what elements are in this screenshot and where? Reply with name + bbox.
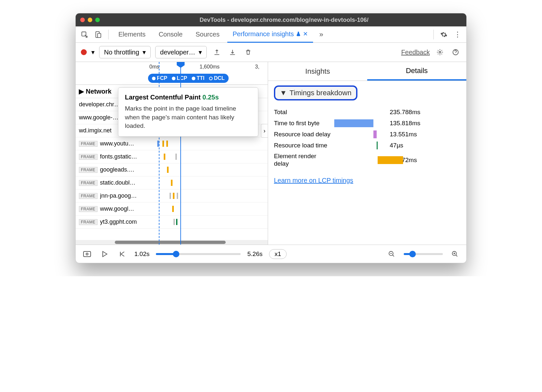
flask-icon — [296, 31, 301, 37]
metric-value: 13.551ms — [390, 131, 417, 138]
section-title: Network — [86, 88, 112, 95]
kebab-menu-icon[interactable]: ⋮ — [452, 29, 463, 40]
network-row-bars — [154, 218, 268, 226]
network-row[interactable]: FRAMEwww.youtu… — [76, 137, 268, 150]
timing-metric: Total235.788ms — [274, 108, 460, 116]
tab-label: Console — [158, 31, 182, 38]
svg-rect-2 — [98, 33, 101, 38]
network-row[interactable]: FRAMEgoogleads.… — [76, 163, 268, 176]
device-toggle-icon[interactable] — [93, 29, 104, 40]
network-row-bars — [154, 152, 268, 161]
origin-value: developer… — [160, 49, 195, 56]
tab-label: Sources — [196, 31, 219, 38]
ruler-tick: 3, — [255, 64, 259, 70]
zoom-slider[interactable] — [404, 253, 443, 255]
tab-console[interactable]: Console — [153, 26, 188, 43]
collapse-sidebar-button[interactable]: › — [261, 124, 268, 138]
metric-name: Resource load delay — [274, 131, 331, 138]
tti-pill[interactable]: TTI — [190, 75, 206, 82]
zoom-out-button[interactable] — [386, 249, 397, 260]
svg-rect-5 — [83, 251, 91, 257]
preview-icon[interactable] — [82, 249, 93, 260]
time-ruler[interactable]: 0ms 1,600ms 3, FCP LCP TTI DCL — [76, 62, 268, 85]
tooltip-title: Largest Contentful Paint — [125, 94, 201, 101]
svg-point-6 — [86, 253, 88, 255]
metric-value: 135.818ms — [390, 120, 420, 127]
accordion-label: Timings breakdown — [290, 89, 352, 97]
chevron-right-icon: ▶ — [79, 87, 84, 95]
tooltip-value: 0.25s — [203, 94, 219, 101]
throttling-select[interactable]: No throttling▾ — [99, 46, 151, 58]
close-window-button[interactable] — [80, 18, 85, 22]
close-tab-icon[interactable]: ✕ — [303, 30, 308, 38]
lcp-pill[interactable]: LCP — [170, 75, 189, 82]
help-icon[interactable] — [450, 47, 461, 58]
play-button[interactable] — [99, 249, 110, 260]
chevron-down-icon: ▼ — [280, 89, 287, 97]
learn-more-link[interactable]: Learn more on LCP timings — [274, 177, 353, 184]
details-tab[interactable]: Details — [367, 62, 466, 81]
network-row[interactable]: FRAMEstatic.doubl… — [76, 176, 268, 189]
frame-badge: FRAME — [79, 206, 98, 212]
ruler-tick: 0ms — [149, 64, 159, 70]
tab-label: Elements — [118, 31, 145, 38]
maximize-window-button[interactable] — [95, 18, 100, 22]
dcl-pill[interactable]: DCL — [207, 75, 227, 82]
timing-metric: Resource load delay13.551ms — [274, 130, 460, 138]
ruler-tick: 1,600ms — [200, 64, 219, 70]
zoom-in-button[interactable] — [449, 249, 460, 260]
network-row[interactable]: FRAMEwww.googl… — [76, 203, 268, 216]
tooltip-description: Marks the point in the page load timelin… — [125, 104, 251, 130]
throttling-value: No throttling — [104, 49, 139, 56]
network-row[interactable]: FRAMEfonts.gstatic… — [76, 150, 268, 163]
lcp-tooltip: Largest Contentful Paint 0.25s Marks the… — [118, 87, 258, 137]
frame-badge: FRAME — [79, 141, 98, 147]
insights-tab[interactable]: Insights — [268, 62, 367, 81]
more-tabs-icon[interactable]: » — [316, 29, 327, 40]
zoom-level[interactable]: x1 — [269, 249, 287, 259]
performance-toolbar: ▾ No throttling▾ developer…▾ Feedback — [76, 43, 466, 62]
delete-icon[interactable] — [243, 47, 254, 58]
time-start: 1.02s — [134, 250, 149, 258]
timings-breakdown-accordion[interactable]: ▼ Timings breakdown — [274, 85, 357, 100]
metric-pills: FCP LCP TTI DCL — [148, 74, 229, 83]
playback-footer: 1.02s 5.26s x1 — [76, 245, 466, 263]
network-row-bars — [154, 165, 268, 174]
tab-sources[interactable]: Sources — [190, 26, 225, 43]
timing-metric: Time to first byte135.818ms — [274, 119, 460, 127]
frame-badge: FRAME — [79, 167, 98, 173]
tab-elements[interactable]: Elements — [113, 26, 151, 43]
metric-value: 47µs — [390, 142, 403, 149]
panel-settings-icon[interactable] — [434, 47, 445, 58]
metric-name: Resource load time — [274, 142, 331, 149]
metric-value: 235.788ms — [390, 109, 420, 116]
frame-badge: FRAME — [79, 154, 98, 160]
rewind-button[interactable] — [117, 249, 128, 260]
network-row[interactable]: FRAMEyt3.ggpht.com — [76, 216, 268, 229]
feedback-link[interactable]: Feedback — [401, 49, 430, 56]
import-icon[interactable] — [227, 47, 238, 58]
export-icon[interactable] — [211, 47, 222, 58]
window-titlebar: DevTools - developer.chrome.com/blog/new… — [76, 13, 466, 26]
horizontal-scrollbar[interactable] — [76, 240, 268, 245]
inspect-icon[interactable] — [79, 29, 90, 40]
network-row[interactable]: FRAMEjnn-pa.goog… — [76, 189, 268, 203]
network-row-bars — [154, 204, 268, 213]
record-menu-chevron[interactable]: ▾ — [91, 48, 95, 56]
timing-metric: Resource load time47µs — [274, 142, 460, 149]
minimize-window-button[interactable] — [88, 18, 92, 22]
svg-point-3 — [439, 51, 441, 53]
fcp-pill[interactable]: FCP — [150, 75, 169, 82]
origin-select[interactable]: developer…▾ — [155, 46, 207, 58]
settings-icon[interactable] — [438, 29, 449, 40]
record-button[interactable] — [81, 49, 87, 55]
timeline-panel: 0ms 1,600ms 3, FCP LCP TTI DCL ▶ Network… — [76, 62, 268, 245]
time-slider[interactable] — [156, 253, 241, 255]
tab-performance-insights[interactable]: Performance insights ✕ — [227, 26, 313, 43]
frame-badge: FRAME — [79, 193, 98, 199]
timing-metric: Element render delay86.372ms — [274, 153, 460, 168]
network-row-bars — [154, 178, 268, 187]
time-end: 5.26s — [247, 250, 262, 258]
details-panel: Insights Details ▼ Timings breakdown Tot… — [268, 62, 466, 245]
frame-badge: FRAME — [79, 180, 98, 186]
